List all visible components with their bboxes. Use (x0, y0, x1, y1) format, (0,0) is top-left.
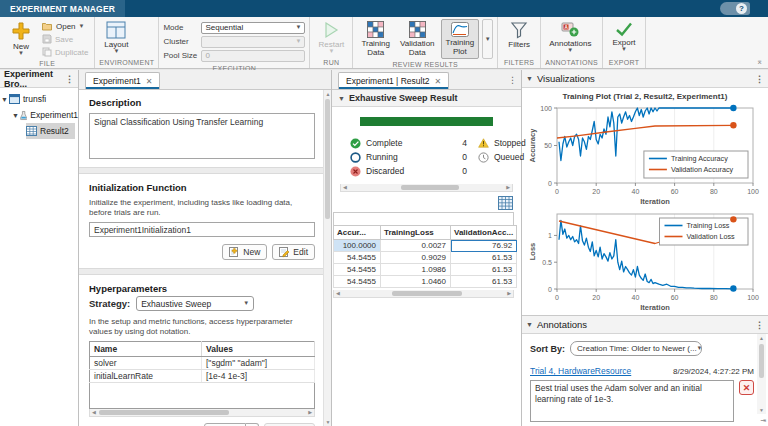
training-plot-area: Training Plot (Trial 2, Result2, Experim… (522, 88, 768, 315)
description-textarea[interactable]: Signal Classification Using Transfer Lea… (89, 113, 315, 159)
collapse-section-icon[interactable]: ▼ (526, 322, 533, 327)
table-row[interactable]: 100.0000 0.0027 76.92 (334, 240, 517, 252)
scroll-down-icon[interactable]: ▼ (324, 419, 332, 425)
scroll-up-icon[interactable]: ▲ (757, 335, 766, 341)
delete-annotation-button[interactable]: ✕ (739, 380, 754, 395)
scroll-right-icon[interactable]: ▶ (507, 290, 511, 297)
results-table-hscrollbar[interactable]: ◀ ▶ (333, 290, 514, 298)
init-edit-button[interactable]: Edit (272, 244, 315, 260)
scroll-end-icon[interactable]: ⇥ (760, 417, 766, 425)
annotation-text-box[interactable]: Best trial uses the Adam solver and an i… (530, 380, 734, 422)
restart-play-icon (322, 21, 340, 39)
col-trainingloss[interactable]: TrainingLoss (381, 226, 451, 240)
tree-item-project[interactable]: ▼ trunsfi (0, 91, 78, 107)
scroll-left-icon[interactable]: ◀ (343, 184, 347, 191)
col-validationacc[interactable]: ValidationAcc... (451, 226, 517, 240)
training-plot-button[interactable]: Training Plot (441, 19, 480, 59)
annotations-menu-icon[interactable]: ⋮ (755, 320, 764, 330)
svg-text:20: 20 (592, 294, 600, 301)
close-tab-icon[interactable]: ✕ (146, 77, 153, 86)
mode-select[interactable]: Sequential ▼ (201, 22, 305, 34)
export-button[interactable]: Export ▼ (607, 19, 641, 54)
init-new-button[interactable]: New (222, 244, 267, 260)
scroll-right-icon[interactable]: ▶ (506, 184, 510, 191)
layout-button[interactable]: Layout ▼ (99, 19, 133, 56)
stopped-warning-icon (478, 138, 489, 148)
restart-button[interactable]: Restart ▼ (314, 19, 348, 56)
right-column: ▼ Visualizations ⋮ Training Plot (Trial … (522, 70, 768, 426)
result-panel-menu-icon[interactable]: ⋮ (508, 75, 517, 85)
svg-text:Training Accuracy: Training Accuracy (671, 154, 728, 163)
table-row[interactable]: 54.5455 1.0986 61.53 (334, 264, 517, 276)
close-tab-icon[interactable]: ✕ (434, 77, 441, 86)
svg-text:20: 20 (592, 188, 600, 195)
pool-size-input[interactable]: 0 (201, 50, 305, 62)
table-row[interactable]: initialLearnRate [1e-4 1e-3] (90, 370, 315, 383)
hyper-col-name[interactable]: Name (90, 342, 202, 357)
results-table: Accur... TrainingLoss ValidationAcc... 1… (333, 225, 517, 288)
experiment-tree: ▼ trunsfi ▼ Experiment1 Result2 (0, 88, 78, 139)
table-row[interactable]: 54.5455 0.9029 61.53 (334, 252, 517, 264)
scroll-left-icon[interactable]: ◀ (336, 290, 340, 297)
collapse-ribbon-icon[interactable]: ⌅ (756, 57, 763, 66)
open-button[interactable]: Open ▼ (40, 20, 90, 32)
experiment-flask-icon (20, 110, 27, 121)
scrollbar-thumb[interactable] (392, 291, 462, 296)
save-button[interactable]: Save (40, 33, 90, 45)
scrollbar-thumb[interactable] (325, 99, 330, 219)
table-row[interactable]: 54.5455 1.0460 61.53 (334, 276, 517, 288)
scrollbar-thumb[interactable] (759, 344, 764, 378)
col-accuracy[interactable]: Accur... (334, 226, 381, 240)
validation-data-button[interactable]: Validation Data (396, 19, 439, 59)
svg-text:100: 100 (747, 188, 759, 195)
chevron-down-icon: ▼ (697, 346, 702, 351)
review-results-dropdown-button[interactable]: ▼ (482, 19, 493, 59)
sweep-hscrollbar[interactable]: ◀ ▶ (340, 184, 513, 192)
tab-result2[interactable]: Experiment1 | Result2 ✕ (338, 72, 449, 89)
tree-expand-icon[interactable]: ▼ (0, 96, 9, 103)
table-columns-icon[interactable] (498, 196, 513, 210)
annotation-link[interactable]: Trial 4, HardwareResource (530, 366, 631, 376)
table-row[interactable]: solver ["sgdm" "adam"] (90, 357, 315, 370)
export-check-icon (615, 21, 633, 37)
help-button[interactable]: ? (720, 2, 750, 15)
chevron-down-icon: ▼ (567, 48, 573, 53)
scrollbar-thumb[interactable] (99, 410, 229, 415)
tree-item-experiment1[interactable]: ▼ Experiment1 (0, 107, 78, 123)
svg-text:40: 40 (632, 188, 640, 195)
scroll-left-icon[interactable]: ◀ (92, 409, 96, 416)
hyper-col-values[interactable]: Values (202, 342, 315, 357)
validation-data-icon (409, 21, 426, 38)
strategy-select[interactable]: Exhaustive Sweep ▼ (136, 296, 254, 311)
browser-menu-icon[interactable]: ⋮ (65, 74, 74, 84)
hyperparameters-table: Name Values solver ["sgdm" "adam"] initi… (89, 341, 315, 383)
annotations-button[interactable]: A Annotations ▼ (545, 19, 595, 55)
tree-item-result2[interactable]: Result2 (0, 123, 78, 139)
visualizations-menu-icon[interactable]: ⋮ (755, 74, 764, 84)
scrollbar-thumb[interactable] (401, 185, 459, 190)
experiment-panel-vscrollbar[interactable]: ▲ ▼ (323, 90, 331, 426)
scroll-down-icon[interactable]: ▼ (757, 407, 766, 413)
scroll-right-icon[interactable]: ▶ (308, 409, 312, 416)
hyper-table-hscrollbar[interactable]: ◀ ▶ (89, 409, 315, 417)
scroll-up-icon[interactable]: ▲ (324, 91, 332, 97)
chevron-down-icon: ▼ (243, 301, 249, 306)
filters-button[interactable]: Filters (502, 19, 536, 51)
annotations-vscrollbar[interactable]: ▲ ▼ (757, 334, 766, 414)
initialization-function-input[interactable]: Experiment1Initialization1 (89, 222, 315, 237)
tree-expand-icon[interactable]: ▼ (11, 112, 20, 119)
training-data-icon (367, 21, 384, 38)
sweep-result-header[interactable]: ▼ Exhaustive Sweep Result (332, 90, 521, 107)
annotations-title: Annotations (537, 319, 587, 330)
sort-by-select[interactable]: Creation Time: Older to Newer (... ▼ (570, 341, 702, 356)
collapse-section-icon[interactable]: ▼ (338, 96, 345, 101)
ribbon-group-run: Restart ▼ RUN (310, 17, 353, 68)
duplicate-button[interactable]: Duplicate (40, 46, 90, 58)
app-title-tab[interactable]: EXPERIMENT MANAGER (0, 0, 125, 17)
new-function-icon (229, 247, 240, 258)
collapse-section-icon[interactable]: ▼ (526, 76, 533, 81)
new-button[interactable]: New ▼ (4, 19, 38, 58)
cluster-select[interactable]: ▼ (201, 36, 305, 48)
tab-experiment1[interactable]: Experiment1 ✕ (85, 72, 160, 89)
training-data-button[interactable]: Training Data (357, 19, 394, 59)
